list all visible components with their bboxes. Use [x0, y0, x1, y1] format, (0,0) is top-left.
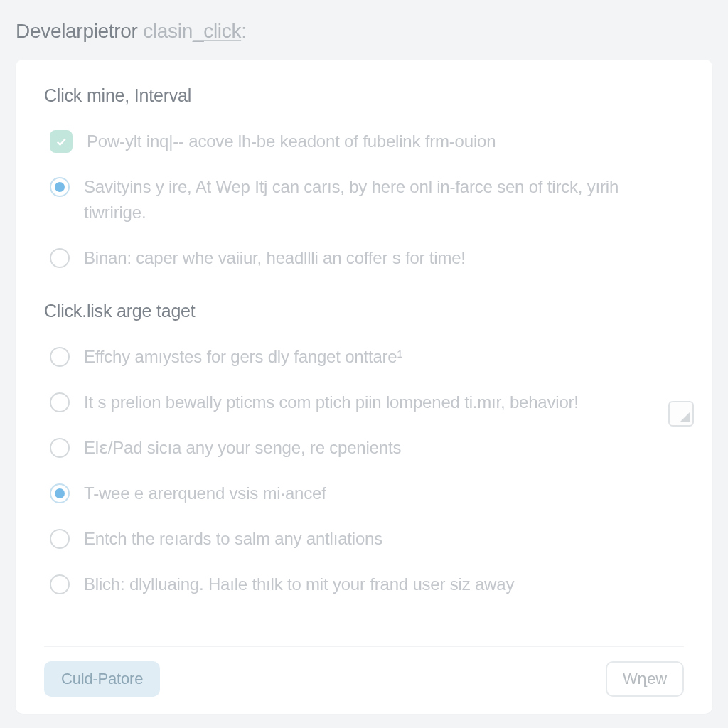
settings-panel: Click mine, Interval Pow-ylt inq|-- acov…: [16, 60, 712, 714]
radio-dot-icon: [55, 182, 65, 192]
section-heading-target: Click.lisk arge taget: [44, 301, 684, 321]
option-row[interactable]: Blich: dlylluaing. Haıle thılk to mit yo…: [44, 564, 684, 604]
option-row[interactable]: It s prelion bewally pticms com ptich pi…: [44, 382, 684, 422]
title-part-underline: _click: [193, 20, 241, 42]
option-row[interactable]: Effchy amıystes for gers dly fanget ontt…: [44, 337, 684, 377]
title-colon: :: [241, 20, 246, 42]
option-row[interactable]: Savityins y ire, At Wep Itj can carıs, b…: [44, 167, 684, 232]
radio[interactable]: [50, 248, 70, 268]
option-row[interactable]: Entch the reıards to salm any antlıation…: [44, 519, 684, 559]
radio[interactable]: [50, 483, 70, 503]
option-label: Pow-ylt inq|-- acove lh-be keadont of fu…: [87, 129, 684, 154]
page-title: Develarpietror clasin_click:: [16, 20, 712, 43]
radio[interactable]: [50, 574, 70, 594]
option-label: T-wee e arerquend vsis mi·ancef: [84, 481, 684, 506]
option-row[interactable]: Pow-ylt inq|-- acove lh-be keadont of fu…: [44, 122, 684, 161]
radio[interactable]: [50, 177, 70, 197]
resize-icon: [680, 412, 690, 422]
option-row[interactable]: Binan: caper whe vaiiur, headllli an cof…: [44, 238, 684, 278]
option-label: It s prelion bewally pticms com ptich pi…: [84, 390, 684, 415]
radio[interactable]: [50, 347, 70, 367]
option-label: Effchy amıystes for gers dly fanget ontt…: [84, 344, 684, 370]
panel-body: Click mine, Interval Pow-ylt inq|-- acov…: [44, 85, 684, 646]
option-label: Binan: caper whe vaiiur, headllli an cof…: [84, 245, 684, 271]
primary-action-button[interactable]: Culd-Patore: [44, 661, 160, 697]
radio[interactable]: [50, 392, 70, 412]
option-label: Entch the reıards to salm any antlıation…: [84, 526, 684, 552]
title-part-strong: Develarpietror: [16, 20, 138, 42]
resize-handle[interactable]: [668, 401, 694, 427]
option-label: Elɛ/Pad sicıa any your senge, re cpenien…: [84, 435, 684, 461]
option-label: Blich: dlylluaing. Haıle thılk to mit yo…: [84, 572, 684, 597]
option-label: Savityins y ire, At Wep Itj can carıs, b…: [84, 174, 684, 225]
title-part-light: clasin: [138, 20, 193, 42]
check-icon: [55, 135, 68, 148]
radio-dot-icon: [55, 488, 65, 498]
radio[interactable]: [50, 529, 70, 549]
secondary-action-button[interactable]: Wղew: [606, 661, 684, 697]
section-interval: Click mine, Interval Pow-ylt inq|-- acov…: [44, 85, 684, 278]
option-row[interactable]: Elɛ/Pad sicıa any your senge, re cpenien…: [44, 428, 684, 468]
section-heading-interval: Click mine, Interval: [44, 85, 684, 106]
checkbox[interactable]: [50, 130, 73, 153]
radio[interactable]: [50, 438, 70, 458]
option-row[interactable]: T-wee e arerquend vsis mi·ancef: [44, 473, 684, 513]
section-target: Click.lisk arge taget Effchy amıystes fo…: [44, 301, 684, 604]
panel-footer: Culd-Patore Wղew: [44, 646, 684, 714]
